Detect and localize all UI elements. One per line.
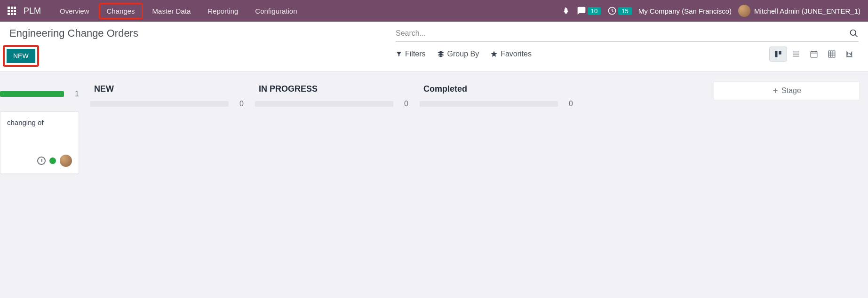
nav-configuration[interactable]: Configuration <box>247 2 304 20</box>
nav-right: 10 15 My Company (San Francisco) Mitchel… <box>562 5 860 17</box>
apps-icon[interactable] <box>8 7 16 15</box>
nav-overview[interactable]: Overview <box>52 2 97 20</box>
user-menu[interactable]: Mitchell Admin (JUNE_ENTER_1) <box>738 5 860 17</box>
toolbar-left: Filters Group By Favorites <box>396 50 532 58</box>
progress-bar <box>0 91 64 97</box>
nav-reporting[interactable]: Reporting <box>200 2 246 20</box>
progress-bar <box>90 101 229 107</box>
activities-badge: 15 <box>618 7 631 15</box>
column-title[interactable] <box>0 81 79 87</box>
search-input[interactable] <box>396 27 849 39</box>
nav-changes[interactable]: Changes <box>99 3 143 19</box>
company-selector[interactable]: My Company (San Francisco) <box>638 7 732 15</box>
messages-icon[interactable]: 10 <box>577 6 601 16</box>
favorites-button[interactable]: Favorites <box>490 50 532 58</box>
favorites-label: Favorites <box>501 50 532 58</box>
user-name: Mitchell Admin (JUNE_ENTER_1) <box>754 7 860 15</box>
assignee-avatar-icon[interactable] <box>60 155 72 167</box>
filters-button[interactable]: Filters <box>396 50 426 58</box>
svg-rect-4 <box>811 52 817 57</box>
column-title[interactable]: IN PROGRESS <box>255 81 408 97</box>
filters-label: Filters <box>405 50 426 58</box>
view-switcher <box>769 47 859 62</box>
page-title: Engineering Change Orders <box>9 27 138 39</box>
add-stage-button[interactable]: Stage <box>714 81 860 100</box>
column-count: 0 <box>402 100 408 108</box>
column-progress-row: 0 <box>90 100 244 108</box>
kanban-column-completed: Completed 0 <box>414 81 579 174</box>
column-progress-row: 0 <box>420 100 573 108</box>
activity-clock-icon[interactable] <box>37 157 46 165</box>
kanban-view-icon[interactable] <box>769 47 787 62</box>
column-title[interactable]: NEW <box>90 81 244 97</box>
kanban-column-0: 1 changing of <box>0 81 85 174</box>
groupby-button[interactable]: Group By <box>437 50 479 58</box>
nav-left: PLM Overview Changes Master Data Reporti… <box>8 2 305 20</box>
messages-badge: 10 <box>588 7 601 15</box>
activities-icon[interactable]: 15 <box>607 6 631 16</box>
graph-view-icon[interactable] <box>841 47 859 62</box>
nav-master-data[interactable]: Master Data <box>145 2 199 20</box>
pivot-view-icon[interactable] <box>823 47 841 62</box>
search-icon[interactable] <box>849 29 859 38</box>
column-count: 0 <box>237 100 244 108</box>
new-button-highlight: NEW <box>3 45 39 67</box>
calendar-view-icon[interactable] <box>805 47 823 62</box>
kanban-board: 1 changing of NEW 0 IN PROGRESS 0 Comple… <box>0 72 868 174</box>
top-navbar: PLM Overview Changes Master Data Reporti… <box>0 0 868 22</box>
kanban-column-new: NEW 0 <box>85 81 249 174</box>
column-progress-row: 1 <box>0 90 79 98</box>
svg-point-1 <box>851 30 856 36</box>
column-count: 1 <box>72 90 79 98</box>
column-count: 0 <box>566 100 573 108</box>
svg-rect-5 <box>828 51 835 57</box>
svg-rect-2 <box>775 51 777 57</box>
column-progress-row: 0 <box>255 100 408 108</box>
bug-icon[interactable] <box>562 7 570 15</box>
search-row <box>396 27 859 42</box>
add-stage-label: Stage <box>781 86 801 95</box>
header-right: Filters Group By Favorites <box>396 27 859 67</box>
list-view-icon[interactable] <box>787 47 805 62</box>
kanban-column-inprogress: IN PROGRESS 0 <box>249 81 414 174</box>
progress-bar <box>255 101 393 107</box>
column-title[interactable]: Completed <box>420 81 573 97</box>
header-left: Engineering Change Orders NEW <box>9 27 138 67</box>
toolbar-row: Filters Group By Favorites <box>396 47 859 62</box>
kanban-card[interactable]: changing of <box>0 111 79 174</box>
card-footer <box>7 155 72 167</box>
svg-rect-3 <box>779 51 781 55</box>
new-button[interactable]: NEW <box>7 49 35 63</box>
app-brand[interactable]: PLM <box>24 6 41 16</box>
groupby-label: Group By <box>447 50 479 58</box>
status-dot-icon[interactable] <box>49 157 56 164</box>
page-header: Engineering Change Orders NEW Filters Gr… <box>0 22 868 72</box>
progress-bar <box>420 101 558 107</box>
user-avatar-icon <box>738 5 750 17</box>
card-title: changing of <box>7 118 72 126</box>
